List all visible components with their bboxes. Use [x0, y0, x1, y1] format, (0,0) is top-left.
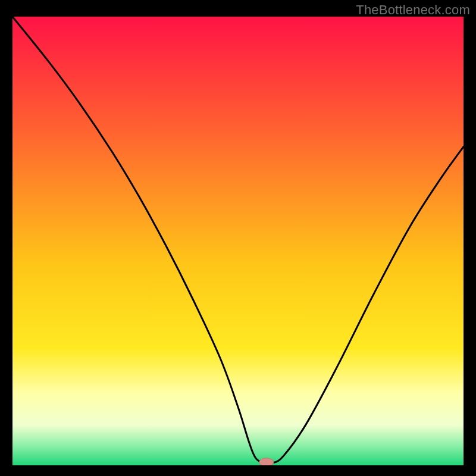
watermark-text: TheBottleneck.com [356, 2, 470, 18]
optimum-marker [259, 458, 274, 465]
plot-svg [12, 17, 464, 465]
gradient-background [12, 17, 464, 465]
plot-area [12, 17, 464, 465]
chart-container: TheBottleneck.com [0, 0, 476, 476]
